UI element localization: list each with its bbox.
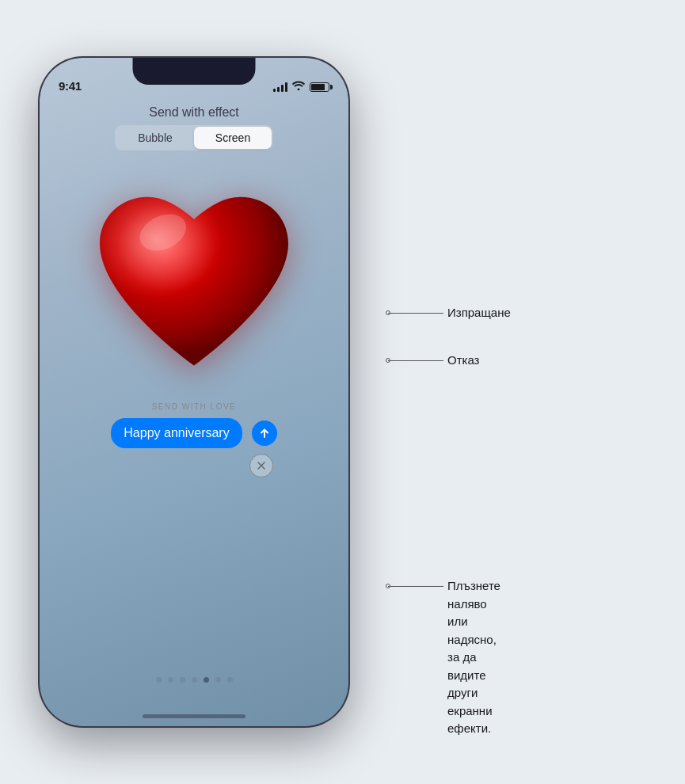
dot-4[interactable] xyxy=(192,677,197,683)
send-annotation-line xyxy=(388,313,443,314)
page-wrapper: 9:41 xyxy=(0,0,685,784)
home-indicator xyxy=(143,714,245,718)
heart-container xyxy=(40,153,348,406)
screen-content: Send with effect Bubble Screen xyxy=(40,58,348,726)
send-arrow-icon xyxy=(259,428,270,439)
battery-icon xyxy=(310,82,329,92)
annotations: Изпращане Отказ Плъзнете наляво или надя… xyxy=(388,0,685,784)
effect-title: Send with effect xyxy=(40,105,348,120)
cancel-annotation-line xyxy=(388,360,443,361)
heart-illustration xyxy=(83,169,305,390)
notch xyxy=(133,58,256,85)
send-with-love-label: SEND WITH LOVE xyxy=(40,402,348,411)
screen-tab[interactable]: Screen xyxy=(194,127,272,149)
dot-6[interactable] xyxy=(215,677,221,683)
send-annotation-label: Изпращане xyxy=(447,304,511,322)
page-dots xyxy=(40,677,348,683)
message-area: Happy anniversary xyxy=(40,418,348,448)
cancel-button[interactable] xyxy=(249,454,273,478)
swipe-annotation-line xyxy=(388,586,443,587)
wifi-icon xyxy=(292,81,305,93)
dot-7[interactable] xyxy=(227,677,233,683)
cancel-x-icon xyxy=(257,461,266,470)
iphone-frame: 9:41 xyxy=(40,58,348,726)
dot-5-active[interactable] xyxy=(204,677,209,683)
dot-1[interactable] xyxy=(156,677,162,683)
bubble-tab[interactable]: Bubble xyxy=(116,127,194,149)
swipe-annotation-label: Плъзнете наляво или надясно, за да видит… xyxy=(447,577,500,738)
cancel-annotation-label: Отказ xyxy=(447,352,479,370)
status-icons xyxy=(273,81,329,93)
send-button[interactable] xyxy=(252,421,277,446)
dot-3[interactable] xyxy=(180,677,185,683)
status-time: 9:41 xyxy=(59,79,82,93)
tab-selector: Bubble Screen xyxy=(115,125,273,150)
dot-2[interactable] xyxy=(168,677,173,683)
signal-icon xyxy=(273,82,287,92)
iphone-screen: 9:41 xyxy=(40,58,348,726)
battery-fill xyxy=(311,84,325,90)
message-bubble: Happy anniversary xyxy=(111,418,242,448)
